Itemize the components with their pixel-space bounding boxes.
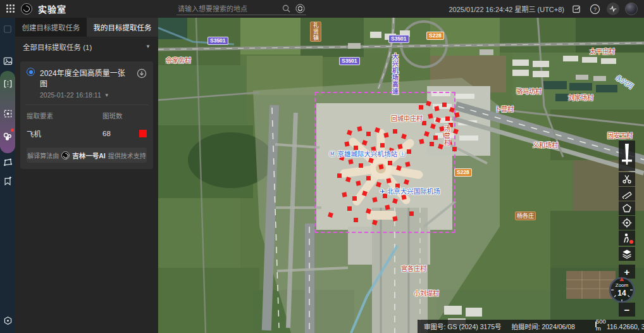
aircraft-detection xyxy=(392,198,398,204)
aircraft-detection xyxy=(339,155,345,161)
aircraft-detection xyxy=(445,116,450,121)
search-icon[interactable] xyxy=(282,4,290,13)
aircraft-detection xyxy=(430,123,436,129)
clip-scissors-tool[interactable] xyxy=(619,172,635,186)
map-status-bar: 审图号: GS (2024) 3175号 拍摄时间: 2024/06/08 50… xyxy=(418,320,644,333)
road-badge: S3501 xyxy=(207,37,228,45)
locate-tool[interactable] xyxy=(619,216,635,230)
aircraft-detection xyxy=(383,194,387,198)
aircraft-detection xyxy=(342,192,347,197)
aircraft-detection xyxy=(347,130,352,135)
map-label: 佘家务村 xyxy=(166,57,191,65)
capture-date: 拍摄时间: 2024/06/08 xyxy=(512,322,575,331)
help-icon[interactable]: ? xyxy=(588,3,601,15)
aircraft-detection xyxy=(388,148,394,153)
search-input[interactable] xyxy=(178,5,277,13)
layers-tool[interactable] xyxy=(619,247,635,261)
aircraft-detection xyxy=(449,107,455,113)
aircraft-detection xyxy=(443,132,448,137)
user-avatar[interactable] xyxy=(625,3,638,15)
column-count-header: 图斑数 xyxy=(102,111,139,120)
class-color-swatch[interactable] xyxy=(139,130,147,137)
aircraft-detection xyxy=(352,196,357,201)
tab-my-tasks[interactable]: 我的目标提取任务 xyxy=(87,18,158,37)
aircraft-detection xyxy=(430,142,434,146)
timestamp-chevron-icon[interactable]: ▼ xyxy=(104,92,109,98)
reset-search-icon[interactable] xyxy=(295,4,305,13)
app-title: 实验室 xyxy=(38,3,66,15)
map-label: 小刘堤村 xyxy=(414,290,439,298)
credit-brand: 吉林一号AI xyxy=(72,151,106,160)
tab-create-task[interactable]: 创建目标提取任务 xyxy=(15,18,87,37)
aircraft-detection xyxy=(438,144,443,149)
polygon-draw-icon[interactable] xyxy=(0,154,15,170)
aircraft-detection xyxy=(348,159,353,164)
zoom-out-button[interactable]: − xyxy=(619,303,635,317)
task-panel: 创建目标提取任务 我的目标提取任务 全部目标提取任务 (1) ▼ 2024年度全… xyxy=(15,18,158,333)
road-badge: S3501 xyxy=(388,35,409,43)
aircraft-detection xyxy=(378,164,383,169)
aircraft-detection xyxy=(359,163,363,168)
scale-bar: 500 m xyxy=(595,322,597,327)
left-icon-rail xyxy=(0,18,15,333)
region-select-icon[interactable] xyxy=(0,106,15,121)
map-label: 宫各庄村 xyxy=(401,265,426,273)
settings-gear-icon[interactable] xyxy=(0,313,15,328)
task-timestamp: 2025-01-22 16:18:11 xyxy=(40,91,101,99)
algorithm-credit: 解译算法由 吉林一号AI 提供技术支持 xyxy=(27,148,147,163)
feedback-form-icon[interactable] xyxy=(570,3,583,15)
streetview-person-tool[interactable] xyxy=(619,230,635,246)
map-label: 回城中庄村 xyxy=(391,115,423,123)
element-name: 飞机 xyxy=(27,129,102,139)
aircraft-detection xyxy=(426,101,431,106)
map-label: 固安王村 xyxy=(607,132,633,140)
aircraft-detection xyxy=(407,149,411,154)
aircraft-detection xyxy=(405,161,410,166)
road-badge: S228 xyxy=(454,168,472,177)
bookmark-add-icon[interactable] xyxy=(0,173,15,189)
aircraft-detection xyxy=(454,112,459,117)
aircraft-detection xyxy=(424,131,430,137)
download-icon[interactable] xyxy=(137,68,147,81)
aircraft-detection xyxy=(366,132,371,136)
notification-dot xyxy=(11,129,14,132)
map-label: 骆马坊村 xyxy=(516,88,542,96)
map-label: 刘家场村 xyxy=(568,94,593,102)
draw-polygon-tool[interactable] xyxy=(619,201,635,215)
map-label: 永兴河 xyxy=(614,74,635,91)
split-compare-icon[interactable] xyxy=(0,76,15,91)
layers-stack-icon[interactable] xyxy=(0,22,15,37)
aircraft-detection xyxy=(396,165,402,171)
aircraft-detection xyxy=(328,212,333,218)
task-filter-dropdown[interactable]: 全部目标提取任务 (1) ▼ xyxy=(15,37,158,56)
aircraft-detection xyxy=(371,146,376,151)
aircraft-detection xyxy=(366,176,371,180)
aircraft-detection xyxy=(395,184,400,188)
task-card: 2024年度全国高质量一张图 2025-01-22 16:18:11 ▼ xyxy=(20,61,153,169)
zoom-dial[interactable]: Zoom 14 xyxy=(609,277,635,303)
aircraft-detection xyxy=(419,139,424,144)
measure-tool[interactable] xyxy=(619,187,635,201)
imagery-icon[interactable] xyxy=(0,53,15,68)
app-logo-icon xyxy=(21,3,32,15)
aircraft-detection xyxy=(434,106,439,111)
map-canvas[interactable]: Ⓜ 京雄城际大兴机场站 ⓘ✈ 北京大兴国际机场回城中庄村汤营村卜营村骆马坊村刘家… xyxy=(158,18,644,333)
aircraft-detection xyxy=(442,103,447,107)
credit-suffix: 提供技术支持 xyxy=(108,151,146,160)
swipe-compare-tool[interactable] xyxy=(619,141,635,171)
divider xyxy=(25,104,148,105)
aircraft-detection xyxy=(449,123,453,127)
map-label: 大兴机场高速 xyxy=(391,53,399,95)
aircraft-detection xyxy=(439,126,444,131)
activity-pulse-icon[interactable] xyxy=(607,3,619,15)
app-grid-icon[interactable] xyxy=(6,4,15,13)
result-row-aircraft: 飞机 68 xyxy=(27,129,147,139)
jilin1-logo-icon xyxy=(61,151,70,160)
task-radio-selected[interactable] xyxy=(27,68,35,76)
map-label: 义和场村 xyxy=(533,142,558,149)
aircraft-detection xyxy=(345,177,351,182)
datetime-display: 2025/01/22 16:24:42 星期三 (UTC+8) xyxy=(449,4,564,14)
aircraft-detection xyxy=(362,140,368,146)
map-label: 杨各庄 xyxy=(515,211,536,220)
target-extraction-icon[interactable] xyxy=(0,129,15,144)
